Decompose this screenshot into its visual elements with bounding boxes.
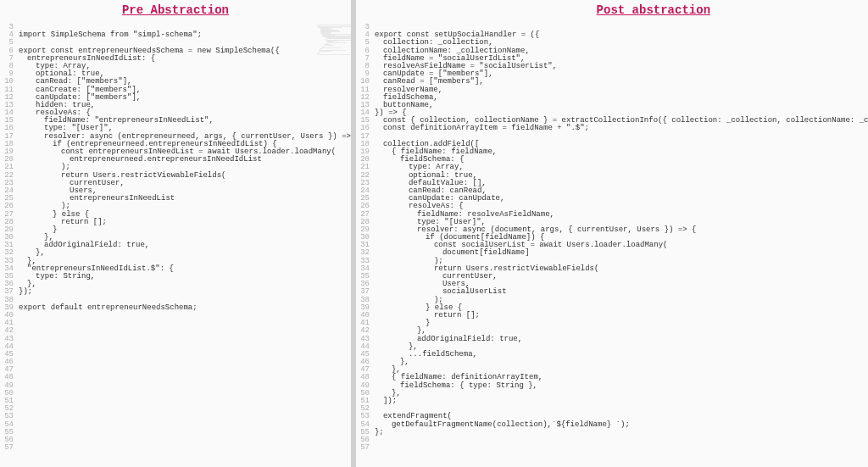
right-editor-pane: Post abstraction 34567891011121314151617… xyxy=(356,0,868,467)
right-code-area[interactable]: export const setUpSocialHandler = ({coll… xyxy=(375,24,868,467)
right-gutter: 3456789101112131415161718192021222324252… xyxy=(356,24,375,467)
right-pane-title: Post abstraction xyxy=(356,0,868,24)
right-editor[interactable]: 3456789101112131415161718192021222324252… xyxy=(356,24,868,467)
left-editor[interactable]: 3456789101112131415161718192021222324252… xyxy=(0,24,351,467)
left-editor-pane: Pre Abstraction 345678910111213141516171… xyxy=(0,0,356,467)
left-pane-title: Pre Abstraction xyxy=(0,0,351,24)
left-minimap[interactable] xyxy=(317,24,351,108)
left-gutter: 3456789101112131415161718192021222324252… xyxy=(0,24,19,467)
left-code-area[interactable]: import SimpleSchema from "simpl-schema";… xyxy=(19,24,351,467)
